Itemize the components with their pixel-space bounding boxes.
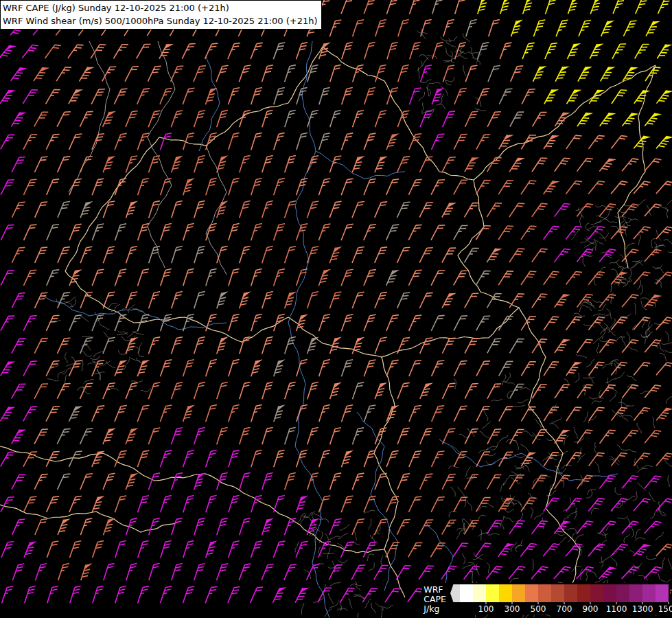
title-line-shear: WRF Wind shear (m/s) 500/1000hPa Sunday …	[3, 14, 318, 27]
legend-swatch	[616, 584, 629, 602]
legend-tick-value: 1300	[632, 604, 653, 614]
legend-swatch	[538, 584, 551, 602]
legend-swatch	[642, 584, 656, 602]
legend-swatch	[551, 584, 564, 602]
legend-swatch	[590, 584, 603, 602]
legend-model-label: WRF	[424, 585, 446, 595]
legend-swatch	[473, 584, 486, 602]
legend-arrow-icon	[450, 584, 460, 602]
legend-swatch	[603, 584, 616, 602]
legend-tick-value: 500	[531, 604, 546, 614]
title-line-cape: WRF CAPE (J/kg) Sunday 12-10-2025 21:00 …	[3, 1, 318, 14]
legend-tick-value: 900	[583, 604, 599, 614]
legend-swatch	[577, 584, 590, 602]
legend-labels: WRF CAPE J/kg	[424, 584, 446, 614]
legend-swatch	[499, 584, 512, 602]
legend-swatch	[486, 584, 499, 602]
legend-unit-label: J/kg	[424, 604, 446, 614]
legend-swatch	[525, 584, 538, 602]
legend-tick-value: 1100	[606, 604, 627, 614]
legend-swatch	[629, 584, 642, 602]
legend: WRF CAPE J/kg 10030050070090011001300150…	[422, 583, 670, 615]
legend-color-bar	[450, 584, 669, 602]
legend-bar-wrap: 100300500700900110013001500	[450, 584, 669, 614]
legend-tick-value: 300	[505, 604, 520, 614]
legend-tick-value: 100	[478, 604, 494, 614]
weather-map: WRF CAPE (J/kg) Sunday 12-10-2025 21:00 …	[0, 0, 672, 618]
map-title-overlay: WRF CAPE (J/kg) Sunday 12-10-2025 21:00 …	[0, 0, 322, 30]
legend-swatch	[564, 584, 577, 602]
legend-tick-values: 100300500700900110013001500	[450, 602, 669, 614]
legend-param-label: CAPE	[424, 595, 446, 604]
legend-swatch	[460, 584, 473, 602]
legend-tick-value: 700	[557, 604, 572, 614]
legend-swatch	[656, 584, 669, 602]
legend-swatch	[512, 584, 525, 602]
map-canvas	[0, 0, 672, 618]
legend-tick-value: 1500	[658, 604, 672, 614]
